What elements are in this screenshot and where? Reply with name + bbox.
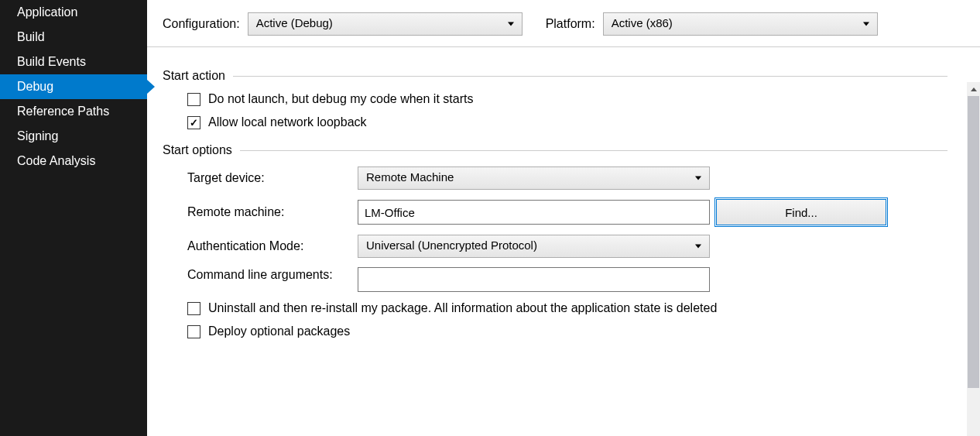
find-button[interactable]: Find... xyxy=(716,199,886,225)
section-divider xyxy=(233,76,947,77)
section-divider xyxy=(240,150,947,151)
deploy-optional-checkbox[interactable] xyxy=(187,325,200,338)
content-area: Start action Do not launch, but debug my… xyxy=(147,47,980,436)
sidebar-item-debug[interactable]: Debug xyxy=(0,74,147,99)
section-start-options: Start options xyxy=(163,143,947,157)
sidebar-item-build[interactable]: Build xyxy=(0,25,147,50)
sidebar-item-code-analysis[interactable]: Code Analysis xyxy=(0,149,147,173)
sidebar-item-build-events[interactable]: Build Events xyxy=(0,50,147,74)
do-not-launch-checkbox[interactable] xyxy=(187,93,200,106)
configuration-value: Active (Debug) xyxy=(256,16,333,29)
target-device-dropdown[interactable]: Remote Machine xyxy=(358,167,710,190)
auth-mode-row: Authentication Mode: Universal (Unencryp… xyxy=(187,235,947,258)
uninstall-checkbox[interactable] xyxy=(187,302,200,315)
config-row: Configuration: Active (Debug) Platform: … xyxy=(147,12,980,47)
remote-machine-row: Remote machine: Find... xyxy=(187,199,947,225)
sidebar-item-reference-paths[interactable]: Reference Paths xyxy=(0,99,147,124)
vertical-scrollbar[interactable] xyxy=(966,82,980,436)
allow-loopback-label: Allow local network loopback xyxy=(208,115,367,129)
do-not-launch-row[interactable]: Do not launch, but debug my code when it… xyxy=(187,92,947,106)
configuration-label: Configuration: xyxy=(163,17,240,31)
platform-label: Platform: xyxy=(546,17,595,31)
deploy-optional-label: Deploy optional packages xyxy=(208,324,350,338)
auth-mode-value: Universal (Unencrypted Protocol) xyxy=(366,239,537,252)
scroll-up-icon[interactable] xyxy=(967,82,980,96)
sidebar-item-application[interactable]: Application xyxy=(0,0,147,25)
do-not-launch-label: Do not launch, but debug my code when it… xyxy=(208,92,473,106)
remote-machine-input[interactable] xyxy=(358,200,710,225)
target-device-label: Target device: xyxy=(187,171,358,185)
section-title-text: Start options xyxy=(163,143,232,157)
configuration-dropdown[interactable]: Active (Debug) xyxy=(248,12,523,36)
auth-mode-label: Authentication Mode: xyxy=(187,239,358,253)
sidebar: Application Build Build Events Debug Ref… xyxy=(0,0,147,436)
allow-loopback-row[interactable]: Allow local network loopback xyxy=(187,115,947,129)
target-device-row: Target device: Remote Machine xyxy=(187,167,947,190)
main-panel: Configuration: Active (Debug) Platform: … xyxy=(147,0,980,436)
remote-machine-label: Remote machine: xyxy=(187,205,358,219)
allow-loopback-checkbox[interactable] xyxy=(187,116,200,129)
cmd-args-row: Command line arguments: xyxy=(187,267,947,292)
uninstall-row[interactable]: Uninstall and then re-install my package… xyxy=(187,301,947,315)
section-title-text: Start action xyxy=(163,69,225,83)
scroll-thumb[interactable] xyxy=(968,96,979,388)
auth-mode-dropdown[interactable]: Universal (Unencrypted Protocol) xyxy=(358,235,710,258)
deploy-optional-row[interactable]: Deploy optional packages xyxy=(187,324,947,338)
target-device-value: Remote Machine xyxy=(366,170,454,184)
cmd-args-label: Command line arguments: xyxy=(187,267,358,283)
cmd-args-input[interactable] xyxy=(358,267,710,292)
platform-value: Active (x86) xyxy=(612,16,673,29)
sidebar-item-signing[interactable]: Signing xyxy=(0,124,147,149)
uninstall-label: Uninstall and then re-install my package… xyxy=(208,301,717,315)
platform-dropdown[interactable]: Active (x86) xyxy=(603,12,878,36)
section-start-action: Start action xyxy=(163,69,947,83)
